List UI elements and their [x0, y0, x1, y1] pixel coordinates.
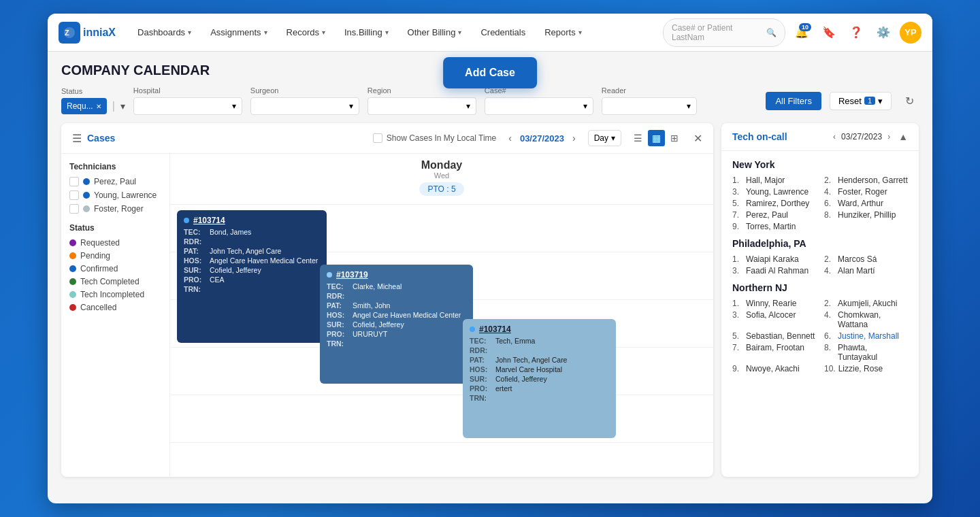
next-oncall-date-button[interactable]: ›	[885, 131, 893, 142]
case-rdr-row: RDR:	[184, 237, 320, 246]
case-hos-row: HOS: Angel Care Haven Medical Center	[184, 256, 320, 265]
list-item: 4. Alan Martí	[824, 266, 908, 276]
collapse-icon[interactable]: ▲	[898, 131, 908, 142]
search-icon: 🔍	[766, 28, 777, 37]
settings-button[interactable]: ⚙️	[872, 22, 894, 44]
status-filter-group: Status Requ... ✕ | ▾	[61, 87, 125, 114]
grid-view-button[interactable]: ⊞	[666, 130, 683, 146]
list-item: 8. Hunziker, Phillip	[824, 210, 908, 220]
status-tag[interactable]: Requ... ✕	[61, 98, 107, 114]
case-id-103719[interactable]: #103719	[336, 270, 368, 280]
list-item: 2. Henderson, Garrett	[824, 176, 908, 185]
nav-dashboards[interactable]: Dashboards ▾	[129, 22, 199, 43]
local-time-checkbox[interactable]	[373, 133, 382, 143]
case-id-103714[interactable]: #103714	[193, 216, 225, 225]
prev-oncall-date-button[interactable]: ‹	[830, 131, 838, 142]
tech-checkbox-young[interactable]	[69, 190, 79, 200]
filters-row: Status Requ... ✕ | ▾ Hospital ▾ Surgeon	[61, 86, 919, 115]
nav-records[interactable]: Records ▾	[278, 22, 333, 43]
status-pending: Pending	[69, 251, 161, 261]
list-item: 3. Sofia, Alcocer	[732, 310, 816, 329]
case-sur-row: SUR: Cofield, Jefferey	[184, 266, 320, 274]
calendar-header: ☰ Cases Show Cases In My Local Time ‹ 03…	[61, 123, 713, 154]
hamburger-icon[interactable]: ☰	[72, 132, 82, 145]
list-item: 2. Akumjeli, Akuchi	[824, 299, 908, 308]
tech-checkbox-perez[interactable]	[69, 177, 79, 186]
reset-button[interactable]: Reset 1 ▾	[830, 92, 892, 110]
case-hos-row: HOS: Marvel Care Hospital	[470, 365, 609, 373]
tech-oncall-date-nav: ‹ 03/27/2023 ›	[830, 131, 893, 142]
case-card-103719[interactable]: #103719 TEC: Clarke, Micheal RDR:	[320, 265, 473, 384]
region-filter-group: Region ▾	[368, 86, 476, 115]
cases-label: Cases	[87, 133, 115, 144]
global-search[interactable]: Case# or Patient LastNam 🔍	[663, 18, 785, 47]
reader-filter-label: Reader	[602, 86, 697, 95]
list-item: 7. Bairam, Frootan	[732, 343, 816, 362]
list-item: 5. Ramirez, Dorthey	[732, 199, 816, 208]
list-item: 10. Lizzie, Rose	[824, 364, 908, 373]
nav-right-actions: Case# or Patient LastNam 🔍 🔔 10 🔖 ❓ ⚙️ Y…	[663, 18, 921, 47]
close-calendar-button[interactable]: ✕	[693, 132, 702, 145]
nav-reports[interactable]: Reports ▾	[536, 22, 590, 43]
notifications-button[interactable]: 🔔 10	[791, 22, 813, 44]
chevron-down-icon: ▾	[264, 29, 267, 36]
case-card-103714-light[interactable]: #103714 TEC: Tech, Emma RDR:	[463, 319, 616, 438]
reader-dropdown[interactable]: ▾	[602, 97, 697, 115]
time-row-10am: 10 AM	[170, 443, 713, 477]
day-header: Monday Wed PTO : 5	[170, 154, 713, 205]
page-content: COMPANY CALENDAR Status Requ... ✕ | ▾ Ho…	[48, 52, 932, 488]
add-case-button[interactable]: Add Case	[443, 57, 537, 88]
help-button[interactable]: ❓	[845, 22, 867, 44]
tech-oncall-title: Tech on-call	[732, 131, 825, 142]
list-item: 1. Hall, Major	[732, 176, 816, 185]
logo-icon: Z	[59, 22, 80, 44]
next-date-button[interactable]: ›	[568, 131, 580, 145]
refresh-icon[interactable]: ↻	[900, 91, 919, 110]
case-tec-row: TEC: Bond, James	[184, 228, 320, 236]
list-item: 1. Winny, Rearie	[732, 299, 816, 308]
main-area: ☰ Cases Show Cases In My Local Time ‹ 03…	[61, 123, 919, 477]
surgeon-dropdown[interactable]: ▾	[250, 97, 359, 115]
list-view-button[interactable]: ☰	[630, 130, 647, 146]
pto-badge: PTO : 5	[419, 182, 463, 196]
tech-checkbox-foster[interactable]	[69, 204, 79, 214]
chevron-down-icon: ▾	[385, 29, 389, 36]
logo[interactable]: Z inniaX	[59, 22, 116, 44]
view-icons: ☰ ▦ ⊞	[630, 130, 683, 146]
day-name: Monday	[176, 159, 708, 171]
status-dot-confirmed	[69, 265, 76, 272]
case-tec-row: TEC: Tech, Emma	[470, 337, 609, 345]
prev-date-button[interactable]: ‹	[504, 131, 516, 145]
calendar-body: Technicians Perez, Paul Young, Lawrence	[61, 154, 713, 477]
nav-credentials[interactable]: Credentials	[472, 22, 534, 43]
hospital-filter-label: Hospital	[133, 86, 242, 95]
surgeon-filter-group: Surgeon ▾	[250, 86, 359, 115]
all-filters-button[interactable]: All Filters	[766, 92, 821, 110]
nav-assignments[interactable]: Assignments ▾	[202, 22, 275, 43]
region-philadelphia-title: Philadelphia, PA	[732, 238, 908, 249]
case-card-103714-dark[interactable]: #103714 TEC: Bond, James RDR:	[177, 210, 327, 343]
case-card-header: #103714	[470, 324, 609, 334]
region-northern-nj-title: Northern NJ	[732, 282, 908, 293]
case-num-filter-group: Case# ▾	[485, 86, 593, 115]
calendar-view-button[interactable]: ▦	[648, 130, 665, 146]
list-item: 3. Faadi Al Rahman	[732, 266, 816, 276]
status-tag-close-icon[interactable]: ✕	[96, 103, 101, 110]
case-id-103714-light[interactable]: #103714	[479, 324, 511, 334]
case-trn-row: TRN:	[327, 339, 466, 348]
chevron-down-icon: ▾	[188, 29, 191, 36]
user-avatar[interactable]: YP	[900, 22, 921, 44]
tech-color-foster	[83, 205, 90, 212]
nav-ins-billing[interactable]: Ins.Billing ▾	[336, 22, 397, 43]
status-tech-incompleted: Tech Incompleted	[69, 290, 161, 299]
bookmark-button[interactable]: 🔖	[818, 22, 840, 44]
view-mode-selector[interactable]: Day ▾	[588, 130, 621, 146]
case-trn-row: TRN:	[470, 394, 609, 402]
hospital-dropdown[interactable]: ▾	[133, 97, 242, 115]
nav-other-billing[interactable]: Other Billing ▾	[399, 22, 470, 43]
case-pro-row: PRO: ertert	[470, 384, 609, 393]
list-item: 5. Sebastian, Bennett	[732, 331, 816, 341]
region-dropdown[interactable]: ▾	[368, 97, 476, 115]
case-num-dropdown[interactable]: ▾	[485, 97, 593, 115]
chevron-down-icon[interactable]: ▾	[120, 101, 125, 112]
